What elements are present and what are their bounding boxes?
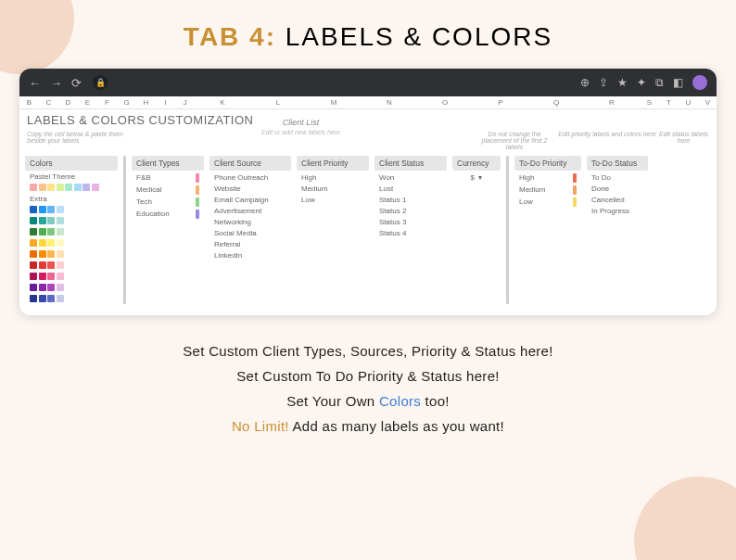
avatar[interactable]: [692, 75, 707, 90]
column-header-row: BCDEFGHIJKLMNOPQRSTUVWXYZAA: [19, 96, 717, 109]
color-swatch[interactable]: [57, 217, 64, 224]
list-item[interactable]: Medical: [132, 184, 204, 196]
color-swatch[interactable]: [82, 184, 90, 191]
list-item[interactable]: Email Campaign: [209, 194, 291, 205]
color-swatch[interactable]: [30, 184, 37, 191]
color-swatch[interactable]: [57, 184, 64, 191]
list-item[interactable]: In Progress: [587, 205, 648, 216]
color-swatch[interactable]: [57, 261, 64, 269]
color-swatch[interactable]: [39, 273, 46, 280]
color-swatch[interactable]: [30, 261, 37, 269]
color-swatch[interactable]: [30, 206, 37, 213]
list-item[interactable]: Status 3: [374, 216, 447, 227]
list-item[interactable]: High: [297, 172, 369, 183]
list-item[interactable]: Referral: [209, 238, 291, 249]
client-list-sub: Edit or add new labels here: [129, 129, 473, 135]
list-item[interactable]: Status 2: [374, 205, 447, 216]
color-swatch[interactable]: [57, 228, 64, 235]
list-item[interactable]: Status 4: [374, 227, 447, 238]
list-item[interactable]: Won: [374, 172, 447, 183]
color-swatch[interactable]: [39, 284, 46, 291]
color-swatch[interactable]: [30, 217, 37, 224]
currency-select[interactable]: $ ▾: [452, 172, 501, 183]
color-swatch[interactable]: [57, 239, 64, 247]
client-priority-block-header: Client Priority: [297, 156, 369, 171]
color-swatch[interactable]: [39, 206, 46, 213]
color-swatch[interactable]: [39, 228, 46, 235]
list-item[interactable]: Website: [209, 183, 291, 194]
color-swatch[interactable]: [74, 184, 82, 191]
list-item[interactable]: Done: [587, 183, 648, 194]
search-icon[interactable]: ⊕: [580, 76, 590, 89]
captions: Set Custom Client Types, Sources, Priori…: [0, 315, 736, 434]
extensions-icon[interactable]: ✦: [637, 76, 646, 89]
forward-icon[interactable]: →: [50, 76, 62, 90]
color-swatch[interactable]: [39, 184, 46, 191]
list-item[interactable]: High: [514, 172, 581, 184]
color-swatch[interactable]: [39, 250, 46, 258]
page-title: TAB 4: LABELS & COLORS: [0, 0, 736, 69]
colors-block: ColorsPastel ThemeExtra: [25, 156, 118, 304]
list-item[interactable]: Low: [514, 196, 581, 208]
color-swatch[interactable]: [47, 184, 55, 191]
menu-icon[interactable]: ◧: [673, 76, 683, 89]
list-item[interactable]: Tech: [132, 196, 204, 208]
list-item[interactable]: Phone Outreach: [209, 172, 291, 183]
list-item[interactable]: Lost: [374, 183, 447, 194]
color-swatch[interactable]: [30, 295, 37, 302]
caption-3: Set Your Own Colors too!: [37, 393, 699, 409]
hint-edit-status: Edit status labels here: [658, 131, 709, 150]
list-item[interactable]: LinkedIn: [209, 249, 291, 261]
caption-2: Set Custom To Do Priority & Status here!: [37, 368, 699, 384]
list-item[interactable]: Medium: [297, 183, 369, 194]
list-item[interactable]: Medium: [514, 184, 581, 196]
client-types-block-header: Client Types: [132, 156, 204, 171]
color-swatch[interactable]: [47, 217, 55, 224]
list-item[interactable]: Networking: [209, 216, 291, 227]
list-item[interactable]: To Do: [587, 172, 648, 183]
color-swatch[interactable]: [39, 239, 46, 247]
color-swatch[interactable]: [30, 228, 37, 235]
client-status-block: Client StatusWonLostStatus 1Status 2Stat…: [374, 156, 447, 239]
list-item[interactable]: Status 1: [374, 194, 447, 205]
share-icon[interactable]: ⇪: [599, 76, 608, 89]
client-types-block: Client TypesF&BMedicalTechEducation: [132, 156, 204, 221]
color-swatch[interactable]: [92, 184, 99, 191]
color-swatch[interactable]: [30, 250, 37, 258]
list-item[interactable]: F&B: [132, 172, 204, 184]
color-swatch[interactable]: [57, 206, 64, 213]
color-swatch[interactable]: [57, 273, 64, 280]
color-swatch[interactable]: [47, 261, 55, 269]
color-swatch[interactable]: [39, 295, 46, 302]
client-source-block-header: Client Source: [209, 156, 291, 171]
color-swatch[interactable]: [47, 273, 55, 280]
lock-icon: 🔒: [93, 75, 108, 90]
color-swatch[interactable]: [30, 273, 37, 280]
color-swatch[interactable]: [47, 228, 55, 235]
back-icon[interactable]: ←: [29, 76, 41, 90]
color-swatch[interactable]: [30, 284, 37, 291]
reload-icon[interactable]: ⟳: [71, 76, 82, 90]
list-item[interactable]: Cancelled: [587, 194, 648, 205]
window-icon[interactable]: ⧉: [655, 76, 664, 89]
color-swatch[interactable]: [65, 184, 72, 191]
list-item[interactable]: Advertisement: [209, 205, 291, 216]
todo-status-block-header: To-Do Status: [587, 156, 648, 171]
todo-priority-block-header: To-Do Priority: [514, 156, 581, 171]
color-swatch[interactable]: [57, 250, 64, 258]
color-swatch[interactable]: [30, 239, 37, 247]
list-item[interactable]: Social Media: [209, 227, 291, 238]
list-item[interactable]: Low: [297, 194, 369, 205]
color-swatch[interactable]: [47, 250, 55, 258]
list-item[interactable]: Education: [132, 208, 204, 220]
color-swatch[interactable]: [57, 284, 64, 291]
color-swatch[interactable]: [47, 239, 55, 247]
color-swatch[interactable]: [39, 217, 46, 224]
star-icon[interactable]: ★: [617, 76, 628, 89]
color-swatch[interactable]: [47, 206, 55, 213]
color-swatch[interactable]: [47, 284, 55, 291]
color-swatch[interactable]: [39, 261, 46, 269]
hint-edit-priority: Edit priority labels and colors here: [556, 131, 658, 150]
color-swatch[interactable]: [47, 295, 55, 302]
color-swatch[interactable]: [57, 295, 64, 302]
